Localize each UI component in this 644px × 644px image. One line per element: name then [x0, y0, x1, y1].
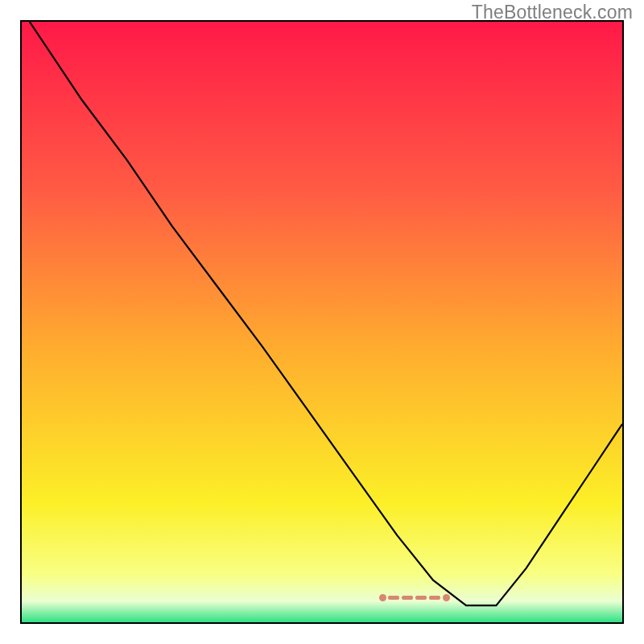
gradient-background: [22, 22, 622, 622]
plot-area: [20, 20, 624, 624]
svg-rect-0: [22, 22, 622, 622]
chart-root: TheBottleneck.com: [0, 0, 644, 644]
